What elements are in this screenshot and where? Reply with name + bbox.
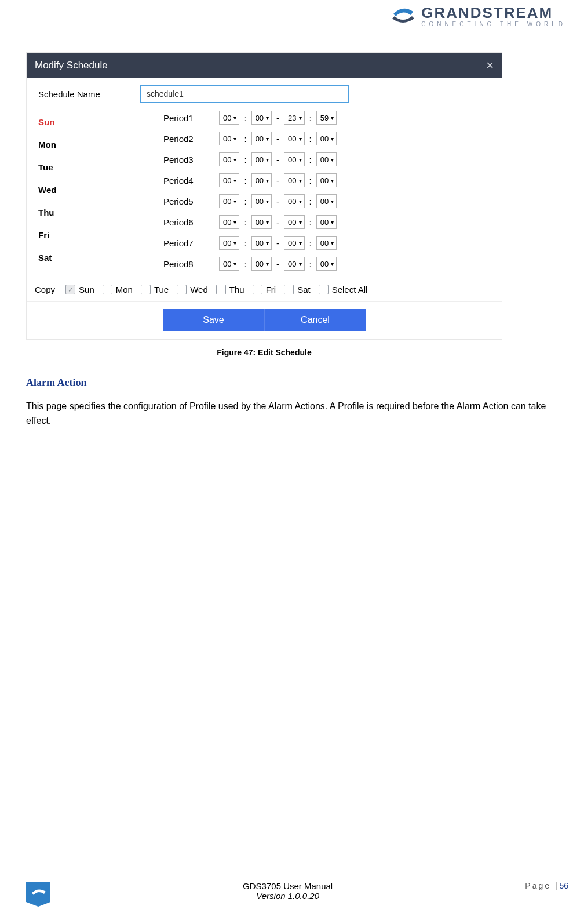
period-min-start[interactable]: 00▾	[251, 111, 272, 125]
period-hour-start[interactable]: 00▾	[219, 152, 239, 166]
chevron-down-icon: ▾	[299, 177, 302, 184]
period-min-start[interactable]: 00▾	[251, 194, 272, 208]
period-hour-start[interactable]: 00▾	[219, 257, 239, 271]
copy-day-checkbox[interactable]: Select All	[319, 285, 368, 294]
chevron-down-icon: ▾	[233, 261, 236, 267]
checkbox-icon: ✓	[65, 285, 75, 294]
period-min-end[interactable]: 00▾	[316, 152, 337, 166]
period-hour-end[interactable]: 00▾	[284, 152, 304, 166]
period-min-end[interactable]: 00▾	[316, 132, 337, 145]
period-min-end[interactable]: 00▾	[316, 236, 337, 250]
time-colon: :	[243, 155, 247, 165]
chevron-down-icon: ▾	[299, 240, 302, 246]
copy-day-label: Tue	[154, 285, 169, 294]
period-hour-end[interactable]: 00▾	[284, 215, 304, 229]
copy-day-checkbox[interactable]: Mon	[103, 285, 133, 294]
period-min-end[interactable]: 59▾	[316, 111, 337, 125]
period-hour-start[interactable]: 00▾	[219, 173, 239, 187]
period-hour-end[interactable]: 00▾	[284, 257, 304, 271]
footer-page-label: Page	[525, 881, 551, 890]
copy-day-label: Fri	[266, 285, 276, 294]
period-row: Period200▾:00▾-00▾:00▾	[140, 128, 492, 149]
checkbox-icon	[253, 285, 262, 294]
brand-tagline: CONNECTING THE WORLD	[421, 21, 566, 27]
checkbox-icon	[284, 285, 294, 294]
section-body: This page specifies the configuration of…	[26, 399, 568, 428]
period-hour-start[interactable]: 00▾	[219, 111, 239, 125]
chevron-down-icon: ▾	[331, 115, 334, 121]
schedule-name-input[interactable]	[140, 85, 349, 103]
period-label: Period1	[140, 113, 216, 123]
save-button[interactable]: Save	[163, 309, 264, 331]
chevron-down-icon: ▾	[233, 198, 236, 205]
period-min-start[interactable]: 00▾	[251, 152, 272, 166]
period-label: Period4	[140, 176, 216, 185]
period-row: Period800▾:00▾-00▾:00▾	[140, 253, 492, 274]
period-hour-end[interactable]: 23▾	[284, 111, 304, 125]
period-min-start[interactable]: 00▾	[251, 215, 272, 229]
period-min-end[interactable]: 00▾	[316, 194, 337, 208]
copy-day-checkbox[interactable]: Fri	[253, 285, 276, 294]
period-hour-start[interactable]: 00▾	[219, 194, 239, 208]
period-hour-end[interactable]: 00▾	[284, 132, 304, 145]
period-min-end[interactable]: 00▾	[316, 215, 337, 229]
period-row: Period100▾:00▾-23▾:59▾	[140, 107, 492, 128]
time-dash: -	[275, 238, 280, 248]
copy-row: Copy ✓SunMonTueWedThuFriSatSelect All	[27, 278, 502, 301]
period-hour-end[interactable]: 00▾	[284, 173, 304, 187]
grandstream-logo-icon	[390, 3, 415, 28]
chevron-down-icon: ▾	[331, 219, 334, 225]
chevron-down-icon: ▾	[233, 240, 236, 246]
period-hour-start[interactable]: 00▾	[219, 236, 239, 250]
chevron-down-icon: ▾	[299, 136, 302, 142]
period-min-start[interactable]: 00▾	[251, 236, 272, 250]
period-hour-end[interactable]: 00▾	[284, 236, 304, 250]
day-wed[interactable]: Wed	[36, 179, 140, 201]
chevron-down-icon: ▾	[266, 177, 269, 184]
day-sat[interactable]: Sat	[36, 246, 140, 269]
day-fri[interactable]: Fri	[36, 224, 140, 246]
period-hour-end[interactable]: 00▾	[284, 194, 304, 208]
period-hour-start[interactable]: 00▾	[219, 132, 239, 145]
chevron-down-icon: ▾	[331, 177, 334, 184]
period-min-start[interactable]: 00▾	[251, 257, 272, 271]
cancel-button[interactable]: Cancel	[264, 309, 366, 331]
period-min-start[interactable]: 00▾	[251, 132, 272, 145]
chevron-down-icon: ▾	[266, 115, 269, 121]
period-hour-start[interactable]: 00▾	[219, 215, 239, 229]
day-mon[interactable]: Mon	[36, 133, 140, 156]
time-colon: :	[243, 113, 247, 123]
copy-day-checkbox[interactable]: Wed	[177, 285, 208, 294]
copy-day-checkbox[interactable]: Thu	[216, 285, 244, 294]
chevron-down-icon: ▾	[266, 261, 269, 267]
period-min-end[interactable]: 00▾	[316, 173, 337, 187]
footer-page-number: 56	[559, 881, 568, 890]
schedule-name-label: Schedule Name	[36, 89, 140, 99]
days-column: Sun Mon Tue Wed Thu Fri Sat	[36, 107, 140, 274]
time-colon: :	[308, 176, 313, 185]
copy-day-label: Sun	[79, 285, 94, 294]
chevron-down-icon: ▾	[266, 198, 269, 205]
brand-name: GRANDSTREAM	[421, 4, 566, 22]
periods-column: Period100▾:00▾-23▾:59▾Period200▾:00▾-00▾…	[140, 107, 492, 274]
time-colon: :	[243, 259, 247, 269]
period-label: Period7	[140, 238, 216, 248]
time-colon: :	[308, 197, 313, 206]
checkbox-icon	[319, 285, 329, 294]
svg-marker-0	[26, 882, 50, 907]
copy-day-checkbox[interactable]: ✓Sun	[65, 285, 94, 294]
chevron-down-icon: ▾	[233, 115, 236, 121]
modify-schedule-dialog: Modify Schedule × Schedule Name Sun Mon …	[26, 52, 502, 340]
period-min-end[interactable]: 00▾	[316, 257, 337, 271]
day-thu[interactable]: Thu	[36, 201, 140, 224]
day-tue[interactable]: Tue	[36, 156, 140, 179]
copy-label: Copy	[35, 285, 55, 294]
close-icon[interactable]: ×	[486, 59, 494, 72]
period-min-start[interactable]: 00▾	[251, 173, 272, 187]
copy-day-checkbox[interactable]: Sat	[284, 285, 311, 294]
time-colon: :	[308, 134, 313, 144]
copy-day-checkbox[interactable]: Tue	[141, 285, 169, 294]
time-colon: :	[243, 134, 247, 144]
time-colon: :	[308, 259, 313, 269]
day-sun[interactable]: Sun	[36, 111, 140, 133]
